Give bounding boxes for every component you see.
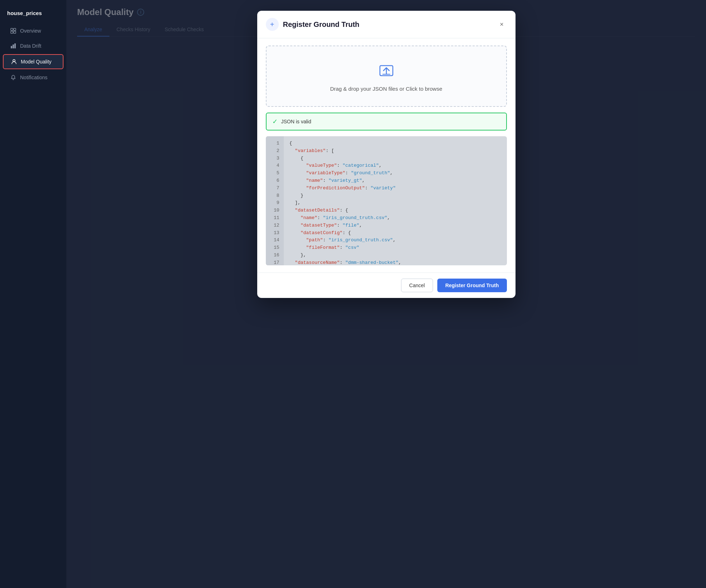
svg-rect-0 (11, 28, 13, 30)
close-icon[interactable]: × (497, 19, 507, 29)
sidebar-item-notifications[interactable]: Notifications (3, 71, 63, 84)
svg-point-7 (13, 60, 15, 62)
svg-rect-4 (11, 46, 12, 48)
validation-banner: ✓ JSON is valid (266, 113, 507, 131)
person-icon (11, 58, 17, 65)
main-content: Model Quality i Analyze Checks History S… (66, 0, 706, 588)
sidebar-item-data-drift[interactable]: Data Drift (3, 39, 63, 53)
sidebar-item-model-quality-label: Model Quality (21, 59, 52, 65)
line-numbers: 1 2 3 4 5 6 7 8 9 10 11 12 13 (266, 136, 284, 265)
sidebar-item-data-drift-label: Data Drift (20, 43, 41, 49)
register-ground-truth-modal: + Register Ground Truth × (257, 11, 516, 298)
svg-rect-3 (14, 31, 16, 33)
json-code-editor[interactable]: 1 2 3 4 5 6 7 8 9 10 11 12 13 (266, 136, 507, 265)
register-ground-truth-button[interactable]: Register Ground Truth (437, 279, 507, 292)
svg-rect-6 (14, 43, 16, 48)
svg-rect-2 (11, 31, 13, 33)
modal-title: Register Ground Truth (283, 20, 497, 29)
file-drop-zone[interactable]: Drag & drop your JSON files or Click to … (266, 46, 507, 107)
modal-footer: Cancel Register Ground Truth (257, 272, 516, 298)
sidebar: house_prices Overview Data Drift (0, 0, 66, 588)
drop-zone-text: Drag & drop your JSON files or Click to … (330, 86, 442, 92)
chart-icon (10, 43, 17, 49)
svg-rect-5 (13, 44, 14, 48)
validation-text: JSON is valid (281, 119, 311, 124)
modal-header: + Register Ground Truth × (257, 11, 516, 38)
project-name: house_prices (0, 7, 66, 23)
modal-body: Drag & drop your JSON files or Click to … (257, 38, 516, 272)
cancel-button[interactable]: Cancel (401, 279, 433, 292)
sidebar-item-overview-label: Overview (20, 28, 41, 34)
bell-icon (10, 74, 17, 81)
code-content: { "variables": [ { "valueType": "categor… (284, 136, 507, 265)
modal-plus-icon: + (266, 18, 279, 31)
svg-rect-1 (14, 28, 16, 30)
sidebar-item-overview[interactable]: Overview (3, 24, 63, 38)
modal-overlay: + Register Ground Truth × (66, 0, 706, 588)
sidebar-item-model-quality[interactable]: Model Quality (3, 54, 63, 69)
grid-icon (10, 28, 17, 34)
sidebar-item-notifications-label: Notifications (20, 75, 47, 80)
check-circle-icon: ✓ (272, 118, 278, 125)
upload-icon (377, 61, 396, 81)
